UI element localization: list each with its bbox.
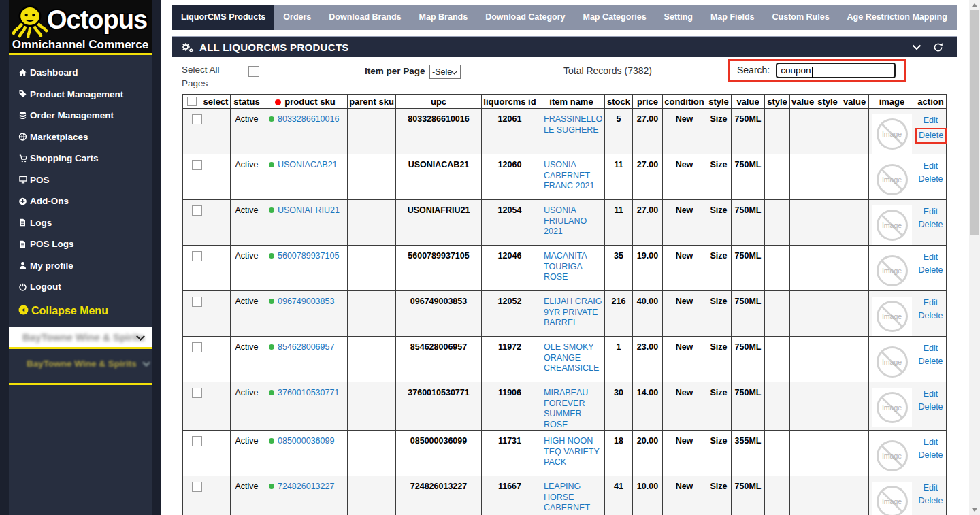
item-name-link[interactable]: LEAPING HORSE CABERNET SAUV xyxy=(544,482,590,515)
sidebar-item-product-management[interactable]: Product Management xyxy=(18,84,152,105)
scroll-down-button[interactable] xyxy=(969,505,980,515)
sidebar-item-shopping-carts[interactable]: Shopping Carts xyxy=(18,148,152,169)
edit-link[interactable]: Edit xyxy=(924,160,938,173)
cell-image: Image xyxy=(869,337,915,382)
item-name-link[interactable]: HIGH NOON TEQ VARIETY PACK xyxy=(544,436,600,467)
scroll-up-button[interactable] xyxy=(969,0,980,10)
search-annotation-box: Search: xyxy=(728,59,906,82)
tab-age-restriction-mapping[interactable]: Age Restriction Mapping xyxy=(838,5,956,30)
cell-parent-sku xyxy=(348,200,396,246)
octopus-logo-icon xyxy=(12,4,48,41)
search-input[interactable] xyxy=(776,63,896,78)
product-sku-link[interactable]: 3760010530771 xyxy=(278,388,339,397)
sidebar-item-logout[interactable]: Logout xyxy=(18,276,152,298)
cell-parent-sku xyxy=(348,382,396,431)
product-sku-link[interactable]: 8033286610016 xyxy=(278,114,339,124)
cell-upc: 085000036099 xyxy=(396,431,482,476)
cell-condition: New xyxy=(663,476,706,515)
item-name-link[interactable]: USONIA FRIULANO 2021 xyxy=(544,205,587,236)
product-sku-link[interactable]: 085000036099 xyxy=(278,436,334,446)
desktop-icon xyxy=(18,176,28,184)
edit-link[interactable]: Edit xyxy=(924,388,938,401)
sidebar-item-pos-logs[interactable]: POS Logs xyxy=(18,233,152,255)
product-sku-link[interactable]: USONIACAB21 xyxy=(278,160,338,169)
delete-link[interactable]: Delete xyxy=(918,355,943,368)
cell-style3 xyxy=(815,337,840,382)
delete-link[interactable]: Delete xyxy=(918,495,943,508)
cell-value3 xyxy=(840,246,869,291)
chevron-down-icon xyxy=(142,359,150,366)
total-records: Total Records (7382) xyxy=(564,65,652,76)
store-select[interactable]: BayTowne Wine & Spirits xyxy=(9,327,152,349)
cell-style2 xyxy=(765,109,790,154)
store-link[interactable]: BayTowne Wine & Spirits xyxy=(9,349,152,379)
sidebar-item-dashboard[interactable]: Dashboard xyxy=(18,62,152,84)
tab-liquorcms-products[interactable]: LiquorCMS Products xyxy=(172,5,274,30)
sidebar-item-my-profile[interactable]: My profile xyxy=(18,255,152,277)
cell-select xyxy=(201,476,231,515)
tab-orders[interactable]: Orders xyxy=(274,5,320,30)
item-per-page-select[interactable]: -Sele xyxy=(429,65,461,79)
sidebar-item-logs[interactable]: Logs xyxy=(18,212,152,234)
cell-status: Active xyxy=(231,109,263,154)
tab-fullfillment-mapping[interactable]: Fullfillment Mapping xyxy=(956,5,957,30)
edit-link[interactable]: Edit xyxy=(924,482,938,495)
tab-download-category[interactable]: Download Category xyxy=(476,5,574,30)
delete-link[interactable]: Delete xyxy=(918,264,943,277)
cell-condition: New xyxy=(663,382,706,431)
product-sku-link[interactable]: 096749003853 xyxy=(278,297,334,306)
product-sku-link[interactable]: 854628006957 xyxy=(278,342,334,352)
tab-setting[interactable]: Setting xyxy=(655,5,702,30)
product-sku-link[interactable]: 724826013227 xyxy=(278,482,334,491)
delete-link[interactable]: Delete xyxy=(919,129,943,142)
edit-link[interactable]: Edit xyxy=(924,436,938,449)
collapse-menu-button[interactable]: Collapse Menu xyxy=(18,305,152,318)
sidebar-item-order-management[interactable]: Order Management xyxy=(18,105,152,127)
cell-liquorcms-id: 12054 xyxy=(482,200,538,246)
sidebar-item-add-ons[interactable]: Add-Ons xyxy=(18,190,152,212)
tab-map-categories[interactable]: Map Categories xyxy=(574,5,655,30)
edit-link[interactable]: Edit xyxy=(924,114,938,127)
cell-item-name: MIRABEAU FOREVER SUMMER ROSE xyxy=(538,382,605,431)
tab-download-brands[interactable]: Download Brands xyxy=(320,5,410,30)
delete-link[interactable]: Delete xyxy=(918,401,943,414)
cell-style1: Size xyxy=(706,476,732,515)
scrollbar-thumb[interactable] xyxy=(970,10,979,235)
cell-price: 19.00 xyxy=(633,246,663,291)
edit-link[interactable]: Edit xyxy=(924,297,938,310)
cell-stock: 11 xyxy=(605,154,633,200)
sidebar-item-label: Logout xyxy=(30,282,61,292)
green-dot-icon xyxy=(269,253,274,259)
select-all-checkbox[interactable] xyxy=(248,66,259,77)
edit-link[interactable]: Edit xyxy=(924,251,938,264)
delete-link[interactable]: Delete xyxy=(918,218,943,231)
header-checkbox[interactable] xyxy=(187,97,197,106)
delete-link[interactable]: Delete xyxy=(918,173,943,186)
tab-map-brands[interactable]: Map Brands xyxy=(410,5,477,30)
delete-link[interactable]: Delete xyxy=(918,449,943,462)
item-name-link[interactable]: MIRABEAU FOREVER SUMMER ROSE xyxy=(544,388,588,429)
cell-image: Image xyxy=(869,109,915,154)
item-name-link[interactable]: ELIJAH CRAIG 9YR PRIVATE BARREL xyxy=(544,297,602,327)
item-name-link[interactable]: OLE SMOKY ORANGE CREAMSICLE xyxy=(544,342,599,373)
item-per-page-label: Item per Page xyxy=(365,66,425,76)
item-name-link[interactable]: FRASSINELLO LE SUGHERE xyxy=(544,114,602,135)
no-image-icon: Image xyxy=(877,164,908,195)
cell-parent-sku xyxy=(348,246,396,291)
collapse-panel-chevron-icon[interactable] xyxy=(912,44,921,50)
refresh-icon[interactable] xyxy=(933,42,943,52)
product-sku-link[interactable]: USONIAFRIU21 xyxy=(278,205,340,215)
edit-link[interactable]: Edit xyxy=(924,342,938,355)
product-sku-link[interactable]: 5600789937105 xyxy=(278,251,339,261)
tab-map-fields[interactable]: Map Fields xyxy=(702,5,764,30)
cell-value3 xyxy=(840,337,869,382)
edit-link[interactable]: Edit xyxy=(924,205,938,218)
sidebar-item-marketplaces[interactable]: Marketplaces xyxy=(18,127,152,148)
item-name-link[interactable]: USONIA CABERNET FRANC 2021 xyxy=(544,160,594,190)
sidebar-item-pos[interactable]: POS xyxy=(18,169,152,191)
green-dot-icon xyxy=(269,299,274,304)
tab-custom-rules[interactable]: Custom Rules xyxy=(764,5,838,30)
item-name-link[interactable]: MACANITA TOURIGA ROSE xyxy=(544,251,587,282)
delete-link[interactable]: Delete xyxy=(918,310,943,322)
cell-status: Active xyxy=(231,154,263,200)
